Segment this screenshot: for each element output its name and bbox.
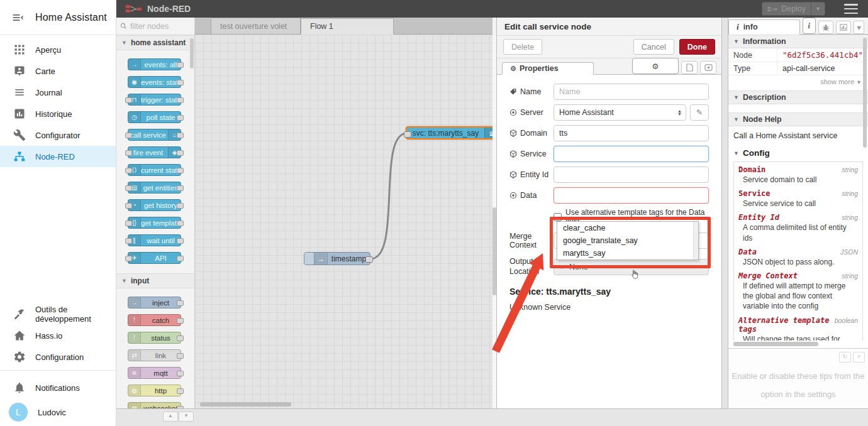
deploy-button[interactable]: Deploy ▼ [762, 2, 825, 16]
palette-node-call-service[interactable]: call service⌂ [128, 129, 181, 141]
canvas-node-inject-timestamp[interactable]: → timestamp [304, 252, 370, 265]
cancel-button[interactable]: Cancel [633, 39, 674, 55]
input-port[interactable] [125, 150, 132, 156]
output-port[interactable] [177, 115, 184, 121]
close-tip-button[interactable]: × [853, 352, 865, 363]
sidebar-item-node-red[interactable]: Node-RED [0, 146, 116, 167]
palette-node-http[interactable]: ◍http [128, 385, 181, 396]
output-port[interactable] [177, 203, 184, 209]
sidebar-item-configurator[interactable]: Configurator [0, 124, 116, 146]
panel-splitter[interactable] [722, 18, 728, 408]
done-button[interactable]: Done [679, 39, 715, 55]
sidebar-item-historique[interactable]: Historique [0, 103, 116, 124]
canvas-horizontal-scrollbar[interactable] [200, 402, 291, 407]
deploy-options-caret[interactable]: ▼ [811, 3, 825, 15]
inject-trigger-button[interactable] [304, 253, 314, 265]
dashboard-view-button[interactable] [836, 21, 851, 34]
output-port[interactable] [177, 300, 184, 306]
menu-toggle-icon[interactable] [11, 11, 25, 25]
flow-tab-flow-1[interactable]: Flow 1 [301, 18, 394, 35]
section-information[interactable]: ▼Information [728, 35, 868, 48]
palette-node-status[interactable]: !status [128, 332, 181, 344]
service-input[interactable] [554, 146, 709, 162]
edit-server-button[interactable]: ✎ [690, 104, 709, 121]
flow-tab-test-ouverture-volet[interactable]: test ouverture volet [211, 18, 301, 34]
node-description-button[interactable] [681, 61, 698, 74]
output-port[interactable] [177, 371, 184, 376]
palette-filter[interactable]: filter nodes [116, 18, 194, 35]
input-port[interactable] [125, 185, 132, 191]
entity-id-input[interactable] [554, 167, 709, 183]
output-port[interactable] [177, 80, 184, 85]
input-port[interactable] [125, 168, 132, 173]
sidebar-item-notifications[interactable]: Notifications [0, 377, 116, 398]
palette-node-current-state[interactable]: ⟨⟩current state [128, 164, 181, 176]
tab-info[interactable]: i info [728, 19, 800, 35]
wire[interactable] [370, 133, 407, 259]
sidebar-item-outils-de-d-veloppement[interactable]: Outils de développement [0, 303, 116, 325]
palette-node-poll-state[interactable]: ◷poll state [128, 111, 181, 123]
palette-node-get-entities[interactable]: ▤get entities [128, 182, 181, 194]
section-node-help[interactable]: ▼Node Help [728, 112, 868, 126]
output-port[interactable] [177, 62, 184, 68]
input-port[interactable] [125, 256, 132, 261]
node-settings-button[interactable]: ⚙ [632, 58, 679, 74]
info-horizontal-scrollbar[interactable] [733, 342, 863, 347]
output-port[interactable] [177, 97, 184, 103]
tab-properties[interactable]: ⚙ Properties [502, 62, 594, 75]
sidebar-item-hass-io[interactable]: Hass.io [0, 325, 116, 346]
debug-view-button[interactable] [818, 21, 833, 34]
palette-category-home-assistant[interactable]: ▼home assistant [116, 35, 194, 50]
sidebar-item-journal[interactable]: Journal [0, 82, 116, 103]
dropdown-option-marytts-say[interactable]: marytts_say [557, 247, 698, 259]
node-appearance-button[interactable] [700, 61, 716, 74]
sidebar-item-configuration[interactable]: Configuration [0, 346, 116, 368]
canvas-node-call-service[interactable]: svc: tts:marytts_say [406, 126, 492, 139]
input-port[interactable] [125, 238, 132, 244]
output-port[interactable] [177, 150, 184, 156]
output-port[interactable] [177, 336, 184, 341]
dropdown-option-google-translate-say[interactable]: google_translate_say [557, 234, 698, 247]
info-vertical-scrollbar[interactable] [863, 38, 867, 148]
section-description[interactable]: ▼Description [728, 90, 868, 104]
panel-options-caret[interactable]: ▼ [854, 21, 864, 34]
palette-node-get-template[interactable]: {}get template [128, 217, 181, 229]
refresh-tip-button[interactable]: ↻ [839, 352, 851, 363]
input-port[interactable] [125, 221, 132, 226]
section-config[interactable]: ▼Config [728, 144, 868, 160]
output-port[interactable] [177, 133, 184, 138]
palette-node-link[interactable]: ⇄link [128, 349, 181, 361]
palette-node-api[interactable]: ✈API [128, 252, 181, 264]
output-port[interactable] [177, 238, 184, 244]
input-port[interactable] [125, 203, 132, 209]
data-input[interactable] [554, 187, 709, 204]
show-more-link[interactable]: show more ▼ [728, 75, 868, 90]
output-port[interactable] [177, 168, 184, 173]
user-profile-item[interactable]: L Ludovic [0, 398, 116, 426]
info-view-button[interactable]: i [803, 18, 816, 34]
input-port[interactable] [125, 133, 132, 138]
palette-node-events-state[interactable]: ◉events: state [128, 76, 181, 88]
palette-node-trigger-state[interactable]: ⊓trigger: state [128, 94, 181, 106]
output-port[interactable] [177, 353, 184, 359]
palette-node-get-history[interactable]: ◔get history [128, 199, 181, 211]
dropdown-scrollbar[interactable] [693, 222, 698, 259]
palette-scrollbar[interactable] [190, 38, 194, 68]
output-port[interactable] [177, 221, 184, 226]
output-port[interactable] [177, 318, 184, 324]
palette-node-inject[interactable]: →inject [128, 297, 181, 309]
hamburger-menu-icon[interactable] [844, 4, 858, 14]
palette-node-events-all[interactable]: →events: all [128, 58, 181, 70]
palette-node-wait-until[interactable]: ∥wait until [128, 234, 181, 246]
flow-canvas[interactable]: svc: tts:marytts_say → timestamp [195, 35, 492, 408]
palette-node-fire-event[interactable]: fire event◈ [128, 146, 181, 158]
sidebar-item-aper-u[interactable]: Aperçu [0, 39, 116, 60]
palette-node-mqtt[interactable]: ≋mqtt [128, 367, 181, 379]
output-port[interactable] [365, 256, 373, 263]
palette-category-input[interactable]: ▼input [116, 273, 194, 288]
output-port[interactable] [177, 185, 184, 191]
sidebar-item-carte[interactable]: Carte [0, 60, 116, 82]
name-input[interactable] [554, 84, 709, 100]
palette-node-websocket[interactable]: ◍websocket [128, 402, 181, 408]
alt-tags-checkbox[interactable] [554, 213, 562, 221]
